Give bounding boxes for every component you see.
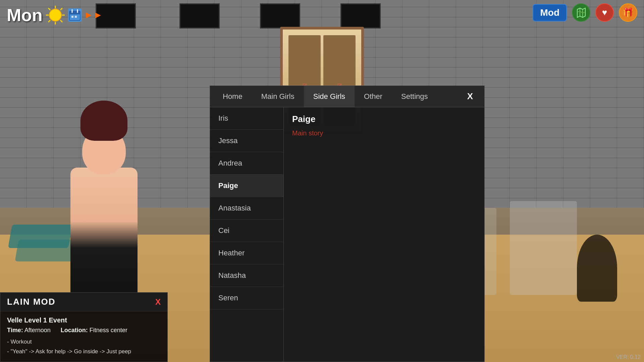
girl-item-paige[interactable]: Paige xyxy=(210,175,283,197)
character-body xyxy=(70,168,138,302)
info-event-title: Velle Level 1 Event xyxy=(7,316,161,324)
girl-item-andrea[interactable]: Andrea xyxy=(210,152,283,175)
info-time: Time: Afternoon xyxy=(7,327,51,334)
tab-home[interactable]: Home xyxy=(213,86,252,107)
tab-other[interactable]: Other xyxy=(355,86,392,107)
gift-icon-button[interactable]: 🎁 xyxy=(619,3,637,22)
day-display: Mon xyxy=(7,5,103,25)
equipment-right-1 xyxy=(510,201,577,295)
svg-point-0 xyxy=(49,9,61,21)
info-content: Velle Level 1 Event Time: Afternoon Loca… xyxy=(0,311,167,362)
top-bar: Mon xyxy=(0,0,644,30)
tab-settings[interactable]: Settings xyxy=(392,86,437,107)
shadow-figure xyxy=(577,235,617,302)
girl-item-jessa[interactable]: Jessa xyxy=(210,130,283,152)
version-label: VER: 0.12 xyxy=(616,354,641,360)
girl-item-cei[interactable]: Cei xyxy=(210,220,283,242)
svg-rect-10 xyxy=(69,11,80,14)
svg-line-7 xyxy=(60,8,62,10)
girl-item-heather[interactable]: Heather xyxy=(210,242,283,264)
svg-line-8 xyxy=(48,20,50,22)
girl-list: Iris Jessa Andrea Paige Anastasia Cei He… xyxy=(210,107,284,362)
top-right-icons: Mod ♥ 🎁 xyxy=(533,3,637,22)
info-title-bar: LAIN MOD X xyxy=(0,293,167,311)
sun-icon xyxy=(45,5,65,25)
character-hair xyxy=(80,101,127,141)
info-time-row: Time: Afternoon Location: Fitness center xyxy=(7,327,161,334)
girl-detail: Paige Main story xyxy=(284,107,484,362)
info-title: LAIN MOD xyxy=(7,297,56,307)
girl-item-anastasia[interactable]: Anastasia xyxy=(210,197,283,220)
girl-detail-name: Paige xyxy=(292,114,476,124)
info-step-1: - Workout xyxy=(7,337,161,347)
tab-side-girls[interactable]: Side Girls xyxy=(304,86,355,107)
svg-line-5 xyxy=(48,8,50,10)
character-area xyxy=(0,67,208,302)
map-icon-button[interactable] xyxy=(572,3,590,22)
info-location: Location: Fitness center xyxy=(61,327,127,334)
girl-item-natasha[interactable]: Natasha xyxy=(210,264,283,287)
panel-body: Iris Jessa Andrea Paige Anastasia Cei He… xyxy=(210,107,484,362)
mod-button[interactable]: Mod xyxy=(533,4,567,21)
info-steps: - Workout - "Yeah" -> Ask for help -> Go… xyxy=(7,337,161,357)
mod-panel: Home Main Girls Side Girls Other Setting… xyxy=(210,85,485,362)
calendar-icon[interactable] xyxy=(68,8,82,22)
info-box: LAIN MOD X Velle Level 1 Event Time: Aft… xyxy=(0,292,168,362)
tab-main-girls[interactable]: Main Girls xyxy=(252,86,304,107)
fast-forward-icon[interactable]: ►► xyxy=(84,10,103,20)
tab-bar: Home Main Girls Side Girls Other Setting… xyxy=(210,86,484,107)
svg-rect-14 xyxy=(75,16,77,18)
day-label: Mon xyxy=(7,5,43,25)
panel-close-button[interactable]: X xyxy=(459,86,481,107)
girl-item-iris[interactable]: Iris xyxy=(210,107,283,130)
main-story-link[interactable]: Main story xyxy=(292,129,323,137)
svg-line-6 xyxy=(60,20,62,22)
svg-rect-13 xyxy=(71,16,73,18)
info-close-button[interactable]: X xyxy=(155,297,161,307)
heart-icon-button[interactable]: ♥ xyxy=(595,3,614,22)
info-step-2: - "Yeah" -> Ask for help -> Go inside ->… xyxy=(7,347,161,357)
girl-item-seren[interactable]: Seren xyxy=(210,287,283,309)
